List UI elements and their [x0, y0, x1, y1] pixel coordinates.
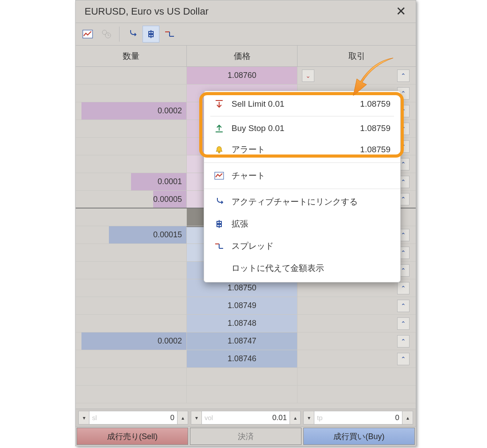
qty-cell: 0.0001: [76, 173, 186, 190]
qty-cell: [76, 368, 186, 385]
price-cell: 1.08747: [186, 332, 297, 350]
ctx-link-active-label: アクティブチャートにリンクする: [232, 196, 358, 208]
window-title: EURUSD, Euro vs US Dollar: [85, 6, 209, 17]
context-menu: Sell Limit 0.01 1.08759 Buy Stop 0.01 1.…: [204, 91, 401, 282]
menu-separator: [204, 189, 400, 189]
sl-input[interactable]: ▾ sl0 ▴: [78, 411, 188, 425]
qty-cell: [76, 262, 186, 279]
dom-row[interactable]: 1.08746⌄⌃: [76, 350, 416, 368]
qty-value: 0.0002: [158, 336, 182, 346]
sell-arrow-icon: [214, 99, 224, 109]
qty-cell: [76, 209, 186, 226]
close-icon[interactable]: ✕: [391, 4, 410, 19]
ctx-sell-limit-price: 1.08759: [360, 99, 390, 109]
buy-arrow-icon: [214, 124, 224, 133]
buy-chevron-button[interactable]: ⌃: [397, 317, 410, 330]
buy-chevron-button[interactable]: ⌃: [397, 70, 410, 82]
col-trade[interactable]: 取引: [297, 46, 416, 66]
price-cell: 1.08760: [186, 67, 297, 84]
price-cell: [186, 386, 297, 403]
qty-cell: [76, 120, 186, 137]
dom-row[interactable]: 0.00021.08747⌄⌃: [76, 332, 416, 350]
qty-cell: [76, 155, 186, 173]
dom-row[interactable]: 1.08749⌄⌃: [76, 297, 416, 315]
ctx-buy-stop-label: Buy Stop 0.01: [232, 124, 284, 133]
link-icon: [214, 197, 224, 207]
ctx-spread[interactable]: スプレッド: [204, 235, 400, 257]
dropdown-icon[interactable]: ▾: [79, 411, 89, 424]
chart-icon: [214, 172, 224, 180]
link-chart-icon[interactable]: [124, 26, 141, 42]
tp-input[interactable]: ▾ tp0 ▴: [303, 411, 413, 425]
dom-row[interactable]: ⌄⌃: [76, 386, 416, 403]
column-header: 数量 価格 取引: [76, 46, 416, 67]
vol-placeholder: vol: [205, 414, 213, 421]
dom-row[interactable]: 1.08760⌄⌃: [76, 67, 416, 85]
buy-button[interactable]: 成行買い(Buy): [303, 428, 415, 445]
ctx-sell-limit-label: Sell Limit 0.01: [232, 99, 284, 109]
tp-value: 0: [395, 413, 399, 422]
dropdown-icon[interactable]: ▾: [304, 411, 314, 424]
trade-cell: ⌄⌃: [297, 350, 416, 367]
qty-cell: [76, 279, 186, 297]
qty-cell: [76, 67, 186, 84]
ctx-link-active[interactable]: アクティブチャートにリンクする: [204, 191, 400, 213]
toolbar-separator: [119, 27, 120, 42]
sell-chevron-button[interactable]: ⌄: [302, 70, 314, 82]
ctx-extended[interactable]: 拡張: [204, 213, 400, 235]
qty-cell: [76, 244, 186, 261]
stepper-up-icon[interactable]: ▴: [290, 411, 300, 424]
ctx-show-amount[interactable]: ロットに代えて金額表示: [204, 257, 400, 279]
price-cell: 1.08748: [186, 315, 297, 332]
buy-chevron-button[interactable]: ⌃: [397, 353, 410, 365]
qty-cell: [76, 138, 186, 155]
order-inputs: ▾ sl0 ▴ ▾ vol0.01 ▴ ▾ tp0 ▴: [76, 409, 416, 426]
qty-cell: 0.0002: [76, 102, 186, 120]
ctx-alert[interactable]: アラート 1.08759: [204, 139, 400, 161]
sl-placeholder: sl: [92, 414, 97, 421]
price-cell: 1.08746: [186, 350, 297, 367]
qty-cell: [76, 350, 186, 367]
qty-value: 0.00015: [153, 230, 182, 239]
qty-cell: [76, 85, 186, 102]
ctx-sell-limit[interactable]: Sell Limit 0.01 1.08759: [204, 94, 400, 114]
chart-icon[interactable]: [79, 26, 96, 42]
extended-view-icon[interactable]: [143, 26, 159, 42]
qty-cell: 0.00015: [76, 226, 186, 243]
stepper-up-icon[interactable]: ▴: [177, 411, 188, 424]
sl-value: 0: [170, 413, 174, 422]
col-qty[interactable]: 数量: [76, 46, 186, 66]
buy-chevron-button[interactable]: ⌃: [397, 335, 410, 348]
price-cell: 1.08749: [186, 297, 297, 314]
qty-cell: [76, 297, 186, 314]
qty-cell: 0.0002: [76, 332, 186, 350]
col-price[interactable]: 価格: [186, 46, 297, 66]
ctx-extended-label: 拡張: [232, 218, 248, 230]
dropdown-icon[interactable]: ▾: [191, 411, 202, 424]
buy-chevron-button[interactable]: ⌃: [397, 300, 410, 312]
ctx-alert-label: アラート: [232, 144, 265, 155]
trade-cell: ⌄⌃: [297, 386, 416, 403]
buy-chevron-button[interactable]: ⌃: [397, 282, 410, 294]
dom-row[interactable]: 1.08748⌄⌃: [76, 315, 416, 332]
qty-cell: 0.00005: [76, 191, 186, 208]
spread-icon[interactable]: [161, 26, 178, 42]
qty-value: 0.0001: [158, 177, 182, 186]
stepper-up-icon[interactable]: ▴: [402, 411, 413, 424]
ctx-chart[interactable]: チャート: [204, 165, 400, 187]
ctx-buy-stop[interactable]: Buy Stop 0.01 1.08759: [204, 118, 400, 139]
dom-row[interactable]: ⌄⌃: [76, 368, 416, 386]
vol-value: 0.01: [272, 413, 287, 422]
qty-cell: [76, 315, 186, 332]
ctx-chart-label: チャート: [232, 170, 265, 182]
titlebar: EURUSD, Euro vs US Dollar ✕: [76, 0, 416, 23]
vol-input[interactable]: ▾ vol0.01 ▴: [191, 411, 301, 425]
extended-icon: [214, 219, 224, 229]
toolbar: [76, 23, 416, 46]
close-order-button[interactable]: 決済: [190, 428, 301, 445]
trade-cell: ⌄⌃: [297, 315, 416, 332]
sell-button[interactable]: 成行売り(Sell): [77, 428, 188, 445]
price-cell: [186, 368, 297, 385]
tp-placeholder: tp: [317, 414, 323, 421]
clock-icon[interactable]: [98, 26, 115, 42]
